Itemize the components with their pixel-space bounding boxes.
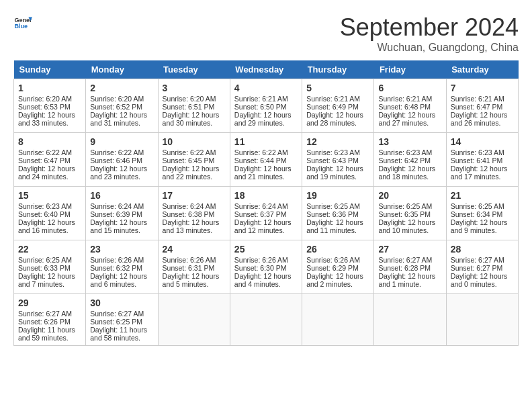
table-row: 21Sunrise: 6:25 AMSunset: 6:34 PMDayligh… bbox=[446, 187, 518, 240]
calendar-row: 15Sunrise: 6:23 AMSunset: 6:40 PMDayligh… bbox=[14, 187, 519, 240]
day-number: 5 bbox=[306, 83, 369, 93]
day-number: 14 bbox=[451, 136, 514, 147]
day-number: 23 bbox=[90, 244, 153, 255]
day-number: 9 bbox=[90, 136, 153, 147]
table-row bbox=[374, 294, 446, 346]
day-number: 19 bbox=[306, 190, 369, 201]
calendar-row: 1Sunrise: 6:20 AMSunset: 6:53 PMDaylight… bbox=[14, 79, 519, 133]
col-friday: Friday bbox=[374, 60, 446, 79]
table-row: 30Sunrise: 6:27 AMSunset: 6:25 PMDayligh… bbox=[86, 294, 158, 346]
table-row: 15Sunrise: 6:23 AMSunset: 6:40 PMDayligh… bbox=[14, 187, 86, 240]
table-row: 4Sunrise: 6:21 AMSunset: 6:50 PMDaylight… bbox=[230, 79, 302, 133]
col-saturday: Saturday bbox=[446, 60, 518, 79]
header-row: Sunday Monday Tuesday Wednesday Thursday… bbox=[14, 60, 519, 79]
day-number: 13 bbox=[378, 136, 441, 147]
table-row: 11Sunrise: 6:22 AMSunset: 6:44 PMDayligh… bbox=[230, 133, 302, 187]
table-row bbox=[158, 294, 230, 346]
table-row: 9Sunrise: 6:22 AMSunset: 6:46 PMDaylight… bbox=[86, 133, 158, 187]
col-tuesday: Tuesday bbox=[158, 60, 230, 79]
calendar-row: 29Sunrise: 6:27 AMSunset: 6:26 PMDayligh… bbox=[14, 294, 519, 346]
col-sunday: Sunday bbox=[14, 60, 86, 79]
col-monday: Monday bbox=[86, 60, 158, 79]
calendar-table: Sunday Monday Tuesday Wednesday Thursday… bbox=[13, 60, 519, 346]
table-row bbox=[230, 294, 302, 346]
day-number: 7 bbox=[451, 83, 514, 93]
day-number: 25 bbox=[234, 244, 298, 255]
table-row: 5Sunrise: 6:21 AMSunset: 6:49 PMDaylight… bbox=[302, 79, 374, 133]
table-row: 13Sunrise: 6:23 AMSunset: 6:42 PMDayligh… bbox=[374, 133, 446, 187]
day-number: 8 bbox=[18, 136, 81, 147]
table-row: 20Sunrise: 6:25 AMSunset: 6:35 PMDayligh… bbox=[374, 187, 446, 240]
table-row: 25Sunrise: 6:26 AMSunset: 6:30 PMDayligh… bbox=[230, 240, 302, 294]
table-row: 23Sunrise: 6:26 AMSunset: 6:32 PMDayligh… bbox=[86, 240, 158, 294]
col-wednesday: Wednesday bbox=[230, 60, 302, 79]
table-row bbox=[302, 294, 374, 346]
day-number: 6 bbox=[378, 83, 441, 93]
table-row: 8Sunrise: 6:22 AMSunset: 6:47 PMDaylight… bbox=[14, 133, 86, 187]
page-header: General Blue September 2024 Wuchuan, Gua… bbox=[13, 13, 519, 54]
day-number: 27 bbox=[378, 244, 441, 255]
logo: General Blue bbox=[13, 13, 32, 32]
day-number: 2 bbox=[90, 83, 153, 93]
location-subtitle: Wuchuan, Guangdong, China bbox=[340, 42, 519, 54]
day-number: 30 bbox=[90, 298, 153, 308]
table-row: 3Sunrise: 6:20 AMSunset: 6:51 PMDaylight… bbox=[158, 79, 230, 133]
day-number: 12 bbox=[306, 136, 369, 147]
day-number: 28 bbox=[451, 244, 514, 255]
calendar-row: 8Sunrise: 6:22 AMSunset: 6:47 PMDaylight… bbox=[14, 133, 519, 187]
table-row: 16Sunrise: 6:24 AMSunset: 6:39 PMDayligh… bbox=[86, 187, 158, 240]
table-row: 26Sunrise: 6:26 AMSunset: 6:29 PMDayligh… bbox=[302, 240, 374, 294]
table-row: 27Sunrise: 6:27 AMSunset: 6:28 PMDayligh… bbox=[374, 240, 446, 294]
title-block: September 2024 Wuchuan, Guangdong, China bbox=[340, 13, 519, 54]
month-year-title: September 2024 bbox=[340, 13, 519, 42]
day-number: 29 bbox=[18, 298, 81, 308]
day-number: 24 bbox=[163, 244, 226, 255]
day-number: 11 bbox=[234, 136, 298, 147]
table-row bbox=[446, 294, 518, 346]
table-row: 18Sunrise: 6:24 AMSunset: 6:37 PMDayligh… bbox=[230, 187, 302, 240]
day-number: 20 bbox=[378, 190, 441, 201]
col-thursday: Thursday bbox=[302, 60, 374, 79]
day-number: 18 bbox=[234, 190, 298, 201]
table-row: 28Sunrise: 6:27 AMSunset: 6:27 PMDayligh… bbox=[446, 240, 518, 294]
day-number: 22 bbox=[18, 244, 81, 255]
table-row: 22Sunrise: 6:25 AMSunset: 6:33 PMDayligh… bbox=[14, 240, 86, 294]
table-row: 10Sunrise: 6:22 AMSunset: 6:45 PMDayligh… bbox=[158, 133, 230, 187]
table-row: 19Sunrise: 6:25 AMSunset: 6:36 PMDayligh… bbox=[302, 187, 374, 240]
table-row: 2Sunrise: 6:20 AMSunset: 6:52 PMDaylight… bbox=[86, 79, 158, 133]
calendar-row: 22Sunrise: 6:25 AMSunset: 6:33 PMDayligh… bbox=[14, 240, 519, 294]
svg-text:Blue: Blue bbox=[14, 23, 28, 30]
table-row: 29Sunrise: 6:27 AMSunset: 6:26 PMDayligh… bbox=[14, 294, 86, 346]
day-number: 16 bbox=[90, 190, 153, 201]
table-row: 6Sunrise: 6:21 AMSunset: 6:48 PMDaylight… bbox=[374, 79, 446, 133]
day-number: 4 bbox=[234, 83, 298, 93]
day-number: 3 bbox=[163, 83, 226, 93]
table-row: 14Sunrise: 6:23 AMSunset: 6:41 PMDayligh… bbox=[446, 133, 518, 187]
day-number: 1 bbox=[18, 83, 81, 93]
table-row: 1Sunrise: 6:20 AMSunset: 6:53 PMDaylight… bbox=[14, 79, 86, 133]
day-number: 21 bbox=[451, 190, 514, 201]
table-row: 24Sunrise: 6:26 AMSunset: 6:31 PMDayligh… bbox=[158, 240, 230, 294]
table-row: 17Sunrise: 6:24 AMSunset: 6:38 PMDayligh… bbox=[158, 187, 230, 240]
day-number: 10 bbox=[163, 136, 226, 147]
table-row: 12Sunrise: 6:23 AMSunset: 6:43 PMDayligh… bbox=[302, 133, 374, 187]
day-number: 26 bbox=[306, 244, 369, 255]
day-number: 17 bbox=[163, 190, 226, 201]
day-number: 15 bbox=[18, 190, 81, 201]
table-row: 7Sunrise: 6:21 AMSunset: 6:47 PMDaylight… bbox=[446, 79, 518, 133]
